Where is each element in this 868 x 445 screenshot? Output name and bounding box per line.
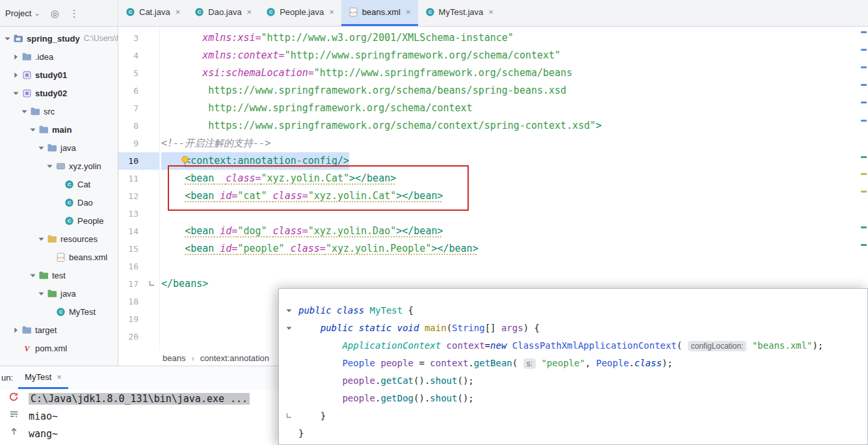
code-line-8[interactable]: https://www.springframework.org/schema/c… xyxy=(161,117,859,135)
code-line-5[interactable]: xsi:schemaLocation="http://www.springfra… xyxy=(161,64,859,82)
code-line-15[interactable]: <bean id="people" class="xyz.yolin.Peopl… xyxy=(161,240,859,258)
folder-blue-icon xyxy=(29,106,41,116)
tree-item-java[interactable]: java xyxy=(0,139,118,157)
chevron-down-icon[interactable] xyxy=(28,126,38,134)
code-line-11[interactable]: <bean class="xyz.yolin.Cat"></bean> xyxy=(161,170,859,187)
code-line-content: xmlns:context="http://www.springframewor… xyxy=(161,47,560,64)
code-line-content: <bean id="dog" class="xyz.yolin.Dao"></b… xyxy=(161,222,443,240)
chevron-right-icon[interactable] xyxy=(11,326,21,334)
chevron-right-icon[interactable] xyxy=(11,71,21,79)
tree-item-xyz.yolin[interactable]: xyz.yolin xyxy=(0,157,118,175)
fold-end-icon[interactable] xyxy=(279,407,298,425)
project-tool-window-button[interactable]: Project ⌄ xyxy=(5,8,40,18)
popup-code[interactable]: public class MyTest { public static void… xyxy=(298,289,867,444)
code-line-10[interactable]: <context:annotation-config/> xyxy=(161,152,859,170)
gutter-spacer xyxy=(279,372,298,390)
tab-People.java[interactable]: CPeople.java× xyxy=(259,0,341,26)
close-icon[interactable]: × xyxy=(57,372,62,382)
chevron-down-icon[interactable] xyxy=(36,290,46,298)
tree-item-Dao[interactable]: CDao xyxy=(0,193,118,211)
up-arrow-button[interactable] xyxy=(9,426,19,436)
chevron-down-icon[interactable] xyxy=(28,271,38,280)
error-stripe-mark[interactable] xyxy=(861,66,867,68)
tree-item-beans.xml[interactable]: </>beans.xml xyxy=(0,248,118,266)
tree-item-People[interactable]: CPeople xyxy=(0,211,118,230)
code-line-14[interactable]: <bean id="dog" class="xyz.yolin.Dao"></b… xyxy=(161,222,859,240)
tree-item-.idea[interactable]: .idea xyxy=(0,47,118,66)
locate-target-icon[interactable]: ◎ xyxy=(51,8,59,18)
chevron-down-icon[interactable] xyxy=(279,319,298,337)
chevron-down-icon[interactable] xyxy=(11,89,21,98)
chevron-down-icon[interactable] xyxy=(36,144,46,152)
tree-item-MyTest[interactable]: CMyTest xyxy=(0,303,118,321)
gutter-line-9: 9 xyxy=(118,135,159,152)
chevron-down-icon[interactable] xyxy=(36,235,46,243)
error-stripe-mark[interactable] xyxy=(861,31,867,33)
error-stripe-mark[interactable] xyxy=(861,191,867,193)
error-stripe-mark[interactable] xyxy=(861,226,867,228)
code-line-16[interactable] xyxy=(161,258,859,275)
tree-item-test[interactable]: test xyxy=(0,266,118,284)
popup-code-line-7[interactable]: } xyxy=(298,407,867,425)
fold-marker-icon[interactable] xyxy=(144,280,159,288)
tree-item-Cat[interactable]: CCat xyxy=(0,175,118,193)
tree-item-resources[interactable]: resources xyxy=(0,230,118,248)
code-line-6[interactable]: https://www.springframework.org/schema/b… xyxy=(161,82,859,100)
popup-code-line-1[interactable]: public class MyTest { xyxy=(298,302,867,319)
soft-wrap-button[interactable] xyxy=(9,409,19,419)
tree-item-spring_study[interactable]: spring_studyC:\Users\fl xyxy=(0,29,118,47)
error-stripe-mark[interactable] xyxy=(861,84,867,86)
chevron-down-icon[interactable] xyxy=(45,162,55,170)
error-stripe-mark[interactable] xyxy=(861,49,867,51)
code-line-12[interactable]: <bean id="cat" class="xyz.yolin.Cat"></b… xyxy=(161,187,859,205)
tree-item-pom.xml[interactable]: Vpom.xml xyxy=(0,339,118,357)
rerun-button[interactable] xyxy=(8,392,19,402)
code-line-3[interactable]: xmlns:xsi="http://www.w3.org/2001/XMLSch… xyxy=(161,29,859,47)
error-stripe-mark[interactable] xyxy=(861,173,867,175)
tree-item-target[interactable]: target xyxy=(0,321,118,339)
tab-close-icon[interactable]: × xyxy=(488,7,493,17)
tree-item-main[interactable]: main xyxy=(0,120,118,139)
chevron-down-icon[interactable] xyxy=(20,107,29,116)
popup-code-line-6[interactable]: people.getDog().shout(); xyxy=(298,390,867,407)
tree-item-study02[interactable]: study02 xyxy=(0,84,118,102)
code-token: new xyxy=(490,340,506,351)
tab-Dao.java[interactable]: CDao.java× xyxy=(187,0,259,26)
tab-close-icon[interactable]: × xyxy=(247,7,252,17)
tab-close-icon[interactable]: × xyxy=(329,7,334,17)
error-stripe-mark[interactable] xyxy=(861,244,867,246)
error-stripe-mark[interactable] xyxy=(861,101,867,103)
tree-item-java[interactable]: java xyxy=(0,284,118,303)
code-token: . xyxy=(629,358,634,368)
tab-MyTest.java[interactable]: CMyTest.java× xyxy=(418,0,501,26)
code-line-content: </beans> xyxy=(161,275,208,293)
chevron-down-icon[interactable] xyxy=(3,34,12,43)
popup-code-line-4[interactable]: People people = context.getBean( s: "peo… xyxy=(298,355,867,372)
error-stripe-mark[interactable] xyxy=(861,156,867,158)
popup-code-line-8[interactable]: } xyxy=(298,425,867,442)
chevron-right-icon[interactable] xyxy=(11,53,21,61)
code-token: ></bean> xyxy=(349,172,396,184)
breadcrumb-item-context-annotation[interactable]: context:annotation xyxy=(200,353,269,363)
chevron-down-icon[interactable] xyxy=(279,302,298,319)
code-line-13[interactable] xyxy=(161,205,859,222)
code-line-4[interactable]: xmlns:context="http://www.springframewor… xyxy=(161,47,859,64)
error-stripe-mark[interactable] xyxy=(861,120,867,122)
run-tab-mytest[interactable]: MyTest × xyxy=(18,366,68,389)
code-line-7[interactable]: http://www.springframework.org/schema/co… xyxy=(161,100,859,117)
popup-code-line-5[interactable]: people.getCat().shout(); xyxy=(298,372,867,390)
code-line-9[interactable]: <!--开启注解的支持--> xyxy=(161,135,859,152)
tab-close-icon[interactable]: × xyxy=(406,7,411,17)
popup-code-line-2[interactable]: public static void main(String[] args) { xyxy=(298,319,867,337)
tree-item-src[interactable]: src xyxy=(0,102,118,120)
folder-green-icon xyxy=(38,270,49,280)
breadcrumb-item-beans[interactable]: beans xyxy=(163,353,185,363)
tab-Cat.java[interactable]: CCat.java× xyxy=(118,0,187,26)
code-token: [] xyxy=(485,323,501,333)
tab-beans.xml[interactable]: </>beans.xml× xyxy=(341,0,418,26)
tree-item-study01[interactable]: study01 xyxy=(0,66,118,84)
tab-close-icon[interactable]: × xyxy=(176,7,181,17)
intention-bulb-icon[interactable] xyxy=(181,155,189,166)
kebab-menu-icon[interactable]: ⋮ xyxy=(70,8,79,18)
popup-code-line-3[interactable]: ApplicationContext context=new ClassPath… xyxy=(298,337,867,355)
